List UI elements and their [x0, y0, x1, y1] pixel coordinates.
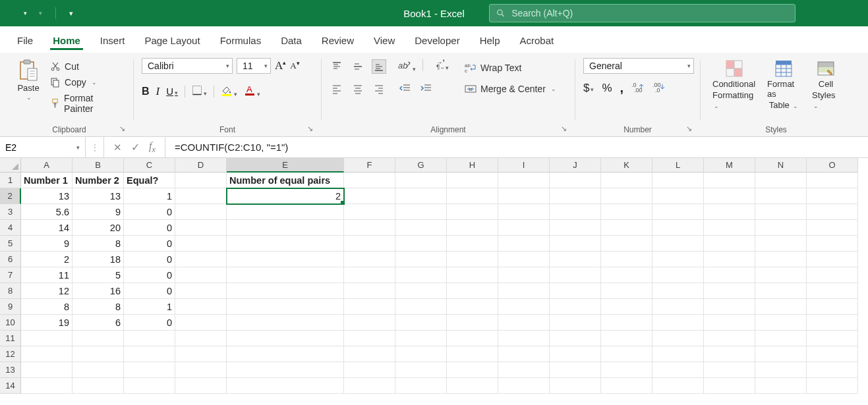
cell-H12[interactable]	[447, 346, 498, 362]
cell-M1[interactable]	[704, 173, 755, 188]
cell-E7[interactable]	[227, 267, 344, 283]
cell-L1[interactable]	[652, 173, 704, 188]
cell-J14[interactable]	[550, 378, 601, 394]
column-header-A[interactable]: A	[21, 158, 72, 173]
cell-J5[interactable]	[550, 236, 601, 252]
select-all-corner[interactable]	[0, 158, 21, 173]
cell-F7[interactable]	[344, 267, 395, 283]
borders-button[interactable]: ▾	[192, 85, 207, 97]
rtl-button[interactable]: →¶¶←▾	[430, 59, 449, 73]
number-format-combo[interactable]: General▾	[583, 58, 694, 74]
cell-K11[interactable]	[601, 331, 652, 346]
cell-J10[interactable]	[550, 315, 601, 331]
cell-J7[interactable]	[550, 267, 601, 283]
cell-L13[interactable]	[652, 362, 704, 378]
font-size-combo[interactable]: 11▾	[237, 58, 271, 74]
cell-D7[interactable]	[175, 267, 227, 283]
cell-F9[interactable]	[344, 299, 395, 315]
cell-J1[interactable]	[550, 173, 601, 188]
column-header-L[interactable]: L	[652, 158, 704, 173]
cell-I5[interactable]	[498, 236, 550, 252]
column-header-H[interactable]: H	[447, 158, 498, 173]
percent-format-button[interactable]: %	[602, 82, 612, 95]
tab-help[interactable]: Help	[471, 30, 509, 53]
font-name-combo[interactable]: Calibri▾	[142, 58, 233, 74]
enter-formula-icon[interactable]: ✓	[131, 141, 140, 153]
column-header-J[interactable]: J	[550, 158, 601, 173]
cell-J12[interactable]	[550, 346, 601, 362]
row-header-8[interactable]: 8	[0, 283, 21, 299]
cell-C12[interactable]	[124, 346, 175, 362]
cell-I6[interactable]	[498, 252, 550, 267]
cell-O7[interactable]	[807, 267, 858, 283]
cell-O11[interactable]	[807, 331, 858, 346]
cell-O14[interactable]	[807, 378, 858, 394]
cell-H1[interactable]	[447, 173, 498, 188]
cell-D14[interactable]	[175, 378, 227, 394]
bold-button[interactable]: B	[142, 86, 150, 97]
cell-F12[interactable]	[344, 346, 395, 362]
cell-J2[interactable]	[550, 188, 601, 204]
accounting-format-button[interactable]: $▾	[583, 82, 594, 95]
cell-L9[interactable]	[652, 299, 704, 315]
cell-K4[interactable]	[601, 220, 652, 236]
cell-E6[interactable]	[227, 252, 344, 267]
cell-M6[interactable]	[704, 252, 755, 267]
cell-B4[interactable]: 20	[72, 220, 124, 236]
font-color-button[interactable]: A▾	[244, 84, 260, 98]
cell-N1[interactable]	[755, 173, 807, 188]
tab-acrobat[interactable]: Acrobat	[511, 30, 564, 53]
cell-G7[interactable]	[395, 267, 447, 283]
cell-F4[interactable]	[344, 220, 395, 236]
cell-E2[interactable]: 2	[227, 188, 344, 204]
cell-I8[interactable]	[498, 283, 550, 299]
cell-N10[interactable]	[755, 315, 807, 331]
italic-button[interactable]: I	[156, 85, 160, 98]
cell-B10[interactable]: 6	[72, 315, 124, 331]
cell-M4[interactable]	[704, 220, 755, 236]
cell-L4[interactable]	[652, 220, 704, 236]
cell-E3[interactable]	[227, 204, 344, 220]
tab-home[interactable]: Home	[43, 30, 90, 53]
cell-M12[interactable]	[704, 346, 755, 362]
decrease-indent-icon[interactable]	[398, 81, 413, 95]
cell-I9[interactable]	[498, 299, 550, 315]
row-header-10[interactable]: 10	[0, 315, 21, 331]
cell-N12[interactable]	[755, 346, 807, 362]
cell-H8[interactable]	[447, 283, 498, 299]
cell-A7[interactable]: 11	[21, 267, 72, 283]
cell-B3[interactable]: 9	[72, 204, 124, 220]
cell-C8[interactable]: 0	[124, 283, 175, 299]
row-header-7[interactable]: 7	[0, 267, 21, 283]
cell-O2[interactable]	[807, 188, 858, 204]
cell-K1[interactable]	[601, 173, 652, 188]
cell-B5[interactable]: 8	[72, 236, 124, 252]
cell-H7[interactable]	[447, 267, 498, 283]
cell-H9[interactable]	[447, 299, 498, 315]
row-header-5[interactable]: 5	[0, 236, 21, 252]
cell-K6[interactable]	[601, 252, 652, 267]
cell-M11[interactable]	[704, 331, 755, 346]
tab-data[interactable]: Data	[272, 30, 311, 53]
column-header-B[interactable]: B	[72, 158, 124, 173]
cell-B14[interactable]	[72, 378, 124, 394]
decrease-font-icon[interactable]: A▾	[290, 60, 299, 71]
cell-G14[interactable]	[395, 378, 447, 394]
cell-D1[interactable]	[175, 173, 227, 188]
cell-H14[interactable]	[447, 378, 498, 394]
column-header-O[interactable]: O	[807, 158, 858, 173]
cell-K5[interactable]	[601, 236, 652, 252]
cell-B2[interactable]: 13	[72, 188, 124, 204]
cell-F6[interactable]	[344, 252, 395, 267]
cell-A5[interactable]: 9	[21, 236, 72, 252]
cell-K8[interactable]	[601, 283, 652, 299]
align-right-icon[interactable]	[372, 82, 386, 96]
cell-D2[interactable]	[175, 188, 227, 204]
column-header-G[interactable]: G	[395, 158, 447, 173]
cell-N14[interactable]	[755, 378, 807, 394]
cell-D6[interactable]	[175, 252, 227, 267]
cell-D5[interactable]	[175, 236, 227, 252]
cell-G12[interactable]	[395, 346, 447, 362]
cell-G3[interactable]	[395, 204, 447, 220]
cell-O8[interactable]	[807, 283, 858, 299]
